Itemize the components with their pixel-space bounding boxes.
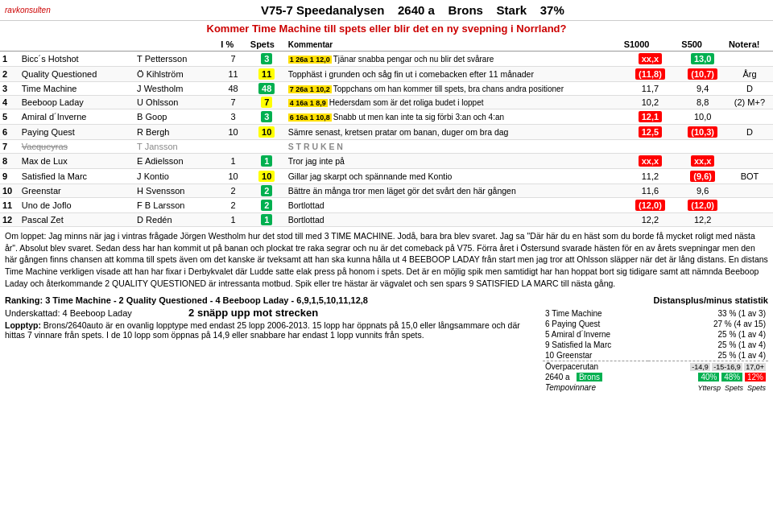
horse-comment: Gillar jag skarpt och spännande med Kont… bbox=[286, 169, 622, 184]
lopptyp-value: Brons/2640auto är en ovanlig lopptype me… bbox=[5, 320, 520, 340]
horse-s1000: (11,8) bbox=[622, 67, 680, 82]
horse-comment: 4 16a 1 8,9Hedersdam som är det roliga b… bbox=[286, 96, 622, 109]
horse-ipct: 3 bbox=[218, 109, 247, 125]
table-row: 8Max de LuxE Adielsson11Tror jag inte på… bbox=[0, 154, 773, 169]
horse-jockey: J Kontio bbox=[134, 169, 218, 184]
horse-ipct: 7 bbox=[218, 96, 247, 109]
horse-ipct bbox=[218, 140, 247, 154]
horse-s500: xx,x bbox=[679, 154, 726, 169]
race-row: 2640 a Brons 40% 48% 12% bbox=[543, 372, 768, 382]
race-label: 2640 a bbox=[545, 373, 570, 381]
horse-name: Paying Quest bbox=[19, 125, 134, 140]
table-row: 9Satisfied la MarcJ Kontio1010Gillar jag… bbox=[0, 169, 773, 184]
horse-num: 7 bbox=[0, 140, 19, 154]
stats-pct: 27 % (4 av 15) bbox=[648, 319, 768, 329]
horses-table: I % Spets Kommentar S1000 S500 Notera! 1… bbox=[0, 38, 773, 227]
race-label-cell: 2640 a Brons bbox=[543, 372, 648, 382]
stats-horse: 5 Amiral d´Inverne bbox=[543, 329, 648, 340]
horse-name: Pascal Zet bbox=[19, 213, 134, 227]
horse-s1000 bbox=[622, 140, 680, 154]
horse-nota bbox=[726, 52, 773, 67]
horse-s1000: 12,1 bbox=[622, 109, 680, 125]
horse-ipct: 2 bbox=[218, 184, 247, 198]
horse-num: 2 bbox=[0, 67, 19, 82]
horse-num: 1 bbox=[0, 52, 19, 67]
horse-comment: 7 26a 1 10,2Toppchans om han kommer till… bbox=[286, 82, 622, 96]
ranking-label: Ranking: bbox=[5, 295, 43, 305]
horse-name: Vacqueyras bbox=[19, 140, 134, 154]
horse-spets: 3 bbox=[248, 109, 286, 125]
horse-num: 8 bbox=[0, 154, 19, 169]
horse-comment: Bortlottad bbox=[286, 213, 622, 227]
horse-spets: 48 bbox=[248, 82, 286, 96]
col-header-jockey bbox=[134, 38, 218, 52]
horse-ipct: 1 bbox=[218, 213, 247, 227]
tempo-row: Tempovinnare Yttersp Spets Spets bbox=[543, 382, 768, 393]
ranking-value: 3 Time Machine - 2 Quality Questioned - … bbox=[45, 295, 368, 305]
bottom-section: Ranking: 3 Time Machine - 2 Quality Ques… bbox=[0, 292, 773, 396]
stats-horse: 3 Time Machine bbox=[543, 308, 648, 319]
horse-s1000: 12,2 bbox=[622, 213, 680, 227]
tempo-label: Tempovinnare bbox=[543, 382, 648, 393]
horse-nota: Årg bbox=[726, 67, 773, 82]
horse-spets bbox=[248, 140, 286, 154]
horse-num: 5 bbox=[0, 109, 19, 125]
horse-spets: 2 bbox=[248, 198, 286, 213]
table-row: 11Uno de JofloF B Larsson22Bortlottad(12… bbox=[0, 198, 773, 213]
horse-s500: 12,2 bbox=[679, 213, 726, 227]
horse-comment: S T R U K E N bbox=[286, 140, 622, 154]
horse-nota: (2) M+? bbox=[726, 96, 773, 109]
horse-s500: (12,0) bbox=[679, 198, 726, 213]
table-row: 5Amiral d´InverneB Goop336 16a 1 10,8Sna… bbox=[0, 109, 773, 125]
stats-pct: 33 % (1 av 3) bbox=[648, 308, 768, 319]
table-row: 6Paying QuestR Bergh1010Sämre senast, kr… bbox=[0, 125, 773, 140]
header-title: V75-7 Speedanalysen 2640 a Brons Stark 3… bbox=[57, 3, 768, 17]
horse-num: 3 bbox=[0, 82, 19, 96]
stats-pct: 25 % (1 av 4) bbox=[648, 350, 768, 361]
horse-s500: (10,3) bbox=[679, 125, 726, 140]
bottom-left: Ranking: 3 Time Machine - 2 Quality Ques… bbox=[5, 295, 535, 393]
horse-s1000: 11,7 bbox=[622, 82, 680, 96]
horse-name: Greenstar bbox=[19, 184, 134, 198]
horse-comment: 1 26a 1 12,0Tjänar snabba pengar och nu … bbox=[286, 52, 622, 67]
subtitle: Kommer Time Machine till spets eller bli… bbox=[0, 21, 773, 38]
horse-jockey: U Ohlsson bbox=[134, 96, 218, 109]
horse-num: 12 bbox=[0, 213, 19, 227]
stats-row: 9 Satisfied la Marc25 % (1 av 4) bbox=[543, 340, 768, 350]
stats-title: Distansplus/minus statistik bbox=[543, 295, 768, 305]
horse-name: Satisfied la Marc bbox=[19, 169, 134, 184]
col-header-s1000: S1000 bbox=[622, 38, 680, 52]
underskattat-label: Underskattad: bbox=[5, 308, 60, 318]
underskattat-val-text: 4 Beeboop Laday bbox=[63, 308, 132, 318]
horse-num: 6 bbox=[0, 125, 19, 140]
horse-nota bbox=[726, 154, 773, 169]
horse-jockey: T Pettersson bbox=[134, 52, 218, 67]
horse-s1000: 10,2 bbox=[622, 96, 680, 109]
header: ravkonsulten V75-7 Speedanalysen 2640 a … bbox=[0, 0, 773, 38]
horse-name: Bicc´s Hotshot bbox=[19, 52, 134, 67]
table-row: 2Quality QuestionedÖ Kihlström1111Topphä… bbox=[0, 67, 773, 82]
body-text: Om loppet: Jag minns när jag i vintras f… bbox=[0, 227, 773, 292]
horse-num: 4 bbox=[0, 96, 19, 109]
horse-nota bbox=[726, 198, 773, 213]
table-row: 3Time MachineJ Westholm48487 26a 1 10,2T… bbox=[0, 82, 773, 96]
horse-s1000: 12,5 bbox=[622, 125, 680, 140]
horse-nota bbox=[726, 184, 773, 198]
lopptyp-line: Lopptyp: Brons/2640auto är en ovanlig lo… bbox=[5, 320, 535, 340]
horse-spets: 11 bbox=[248, 67, 286, 82]
horse-num: 9 bbox=[0, 169, 19, 184]
horse-comment: Sämre senast, kretsen pratar om banan, d… bbox=[286, 125, 622, 140]
horse-spets: 3 bbox=[248, 52, 286, 67]
lopptyp-label: Lopptyp: bbox=[5, 320, 41, 330]
horse-ipct: 48 bbox=[218, 82, 247, 96]
horse-spets: 1 bbox=[248, 154, 286, 169]
horse-spets: 10 bbox=[248, 125, 286, 140]
horse-s1000: xx,x bbox=[622, 52, 680, 67]
horse-comment: Tror jag inte på bbox=[286, 154, 622, 169]
stats-table: 3 Time Machine33 % (1 av 3)6 Paying Ques… bbox=[543, 307, 768, 393]
stats-horse: 9 Satisfied la Marc bbox=[543, 340, 648, 350]
horse-name: Quality Questioned bbox=[19, 67, 134, 82]
horse-nota: BOT bbox=[726, 169, 773, 184]
col-header-spets: Spets bbox=[248, 38, 286, 52]
horse-nota: D bbox=[726, 125, 773, 140]
